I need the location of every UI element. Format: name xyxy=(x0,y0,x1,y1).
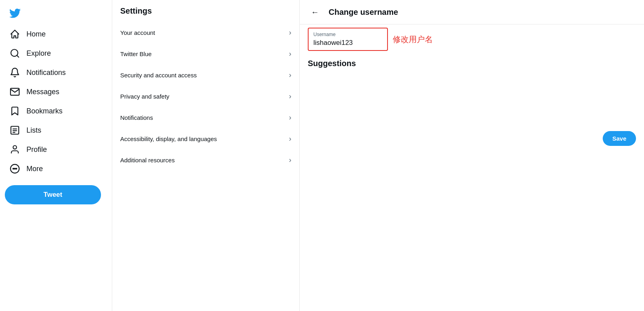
change-username-header: ← Change username xyxy=(300,0,644,24)
settings-item-accessibility-label: Accessibility, display, and languages xyxy=(120,135,217,142)
save-button[interactable]: Save xyxy=(603,131,636,146)
chevron-right-icon: › xyxy=(289,135,291,143)
twitter-logo[interactable] xyxy=(5,3,25,23)
sidebar-item-profile[interactable]: Profile xyxy=(5,140,107,159)
sidebar-item-more[interactable]: More xyxy=(5,160,107,178)
sidebar-item-messages-label: Messages xyxy=(26,88,59,96)
username-field-row: Username lishaowei123 修改用户名 xyxy=(300,24,644,54)
chevron-right-icon: › xyxy=(289,50,291,58)
settings-item-twitter-blue-label: Twitter Blue xyxy=(120,50,151,57)
tweet-button[interactable]: Tweet xyxy=(5,185,101,204)
sidebar-item-lists-label: Lists xyxy=(26,126,41,135)
notifications-icon xyxy=(10,67,20,78)
suggestions-header: Suggestions xyxy=(308,59,356,68)
settings-title: Settings xyxy=(112,0,299,22)
settings-item-twitter-blue[interactable]: Twitter Blue › xyxy=(112,43,299,65)
username-input-box[interactable]: Username lishaowei123 xyxy=(308,28,388,51)
username-value: lishaowei123 xyxy=(313,39,382,47)
sidebar-item-lists[interactable]: Lists xyxy=(5,121,107,139)
back-button[interactable]: ← xyxy=(308,5,322,19)
sidebar-item-notifications-label: Notifications xyxy=(26,69,66,77)
sidebar-item-home-label: Home xyxy=(26,30,46,38)
svg-point-9 xyxy=(16,168,17,169)
settings-item-privacy[interactable]: Privacy and safety › xyxy=(112,86,299,107)
bookmarks-icon xyxy=(10,106,20,116)
lists-icon xyxy=(10,125,20,135)
sidebar-item-explore[interactable]: Explore xyxy=(5,44,107,63)
more-icon xyxy=(10,164,20,174)
settings-item-security[interactable]: Security and account access › xyxy=(112,65,299,86)
sidebar-item-bookmarks-label: Bookmarks xyxy=(26,107,63,115)
settings-item-your-account[interactable]: Your account › xyxy=(112,22,299,43)
profile-icon xyxy=(10,144,20,155)
settings-item-notifications-label: Notifications xyxy=(120,114,153,121)
sidebar-item-home[interactable]: Home xyxy=(5,25,107,43)
annotation-text: 修改用户名 xyxy=(393,34,433,45)
page-title: Change username xyxy=(329,8,398,17)
back-arrow-icon: ← xyxy=(311,8,319,17)
chevron-right-icon: › xyxy=(289,92,291,101)
sidebar-item-profile-label: Profile xyxy=(26,145,47,154)
messages-icon xyxy=(10,87,20,97)
home-icon xyxy=(10,29,20,39)
right-panel: ← Change username Username lishaowei123 … xyxy=(300,0,644,311)
sidebar-item-bookmarks[interactable]: Bookmarks xyxy=(5,102,107,120)
svg-point-7 xyxy=(13,168,14,169)
settings-item-your-account-label: Your account xyxy=(120,29,155,36)
settings-item-notifications[interactable]: Notifications › xyxy=(112,107,299,128)
chevron-right-icon: › xyxy=(289,71,291,79)
settings-panel: Settings Your account › Twitter Blue › S… xyxy=(112,0,300,311)
settings-item-security-label: Security and account access xyxy=(120,72,197,79)
explore-icon xyxy=(10,48,20,59)
sidebar-item-explore-label: Explore xyxy=(26,49,51,58)
sidebar-item-more-label: More xyxy=(26,165,43,173)
svg-point-8 xyxy=(14,168,15,169)
chevron-right-icon: › xyxy=(289,156,291,164)
settings-item-additional[interactable]: Additional resources › xyxy=(112,149,299,171)
settings-item-privacy-label: Privacy and safety xyxy=(120,93,170,100)
sidebar-item-notifications[interactable]: Notifications xyxy=(5,63,107,82)
chevron-right-icon: › xyxy=(289,28,291,37)
svg-point-5 xyxy=(13,145,17,149)
username-label: Username xyxy=(313,32,382,37)
suggestions-section: Suggestions xyxy=(308,59,356,68)
settings-item-additional-label: Additional resources xyxy=(120,157,175,164)
sidebar: Home Explore Notifications Messages xyxy=(0,0,112,311)
sidebar-item-messages[interactable]: Messages xyxy=(5,83,107,101)
settings-item-accessibility[interactable]: Accessibility, display, and languages › xyxy=(112,128,299,149)
chevron-right-icon: › xyxy=(289,113,291,122)
